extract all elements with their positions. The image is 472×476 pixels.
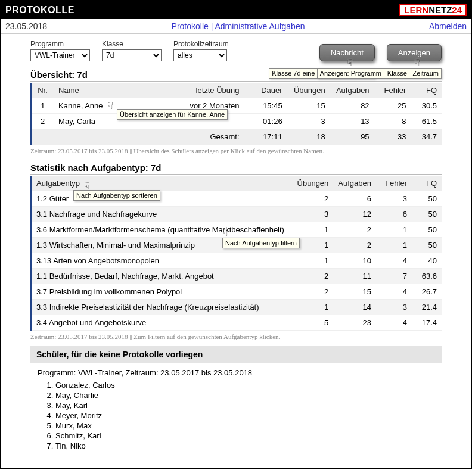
zeitraum-label: Protokollzeitraum (173, 40, 229, 48)
cell-typ[interactable]: 3.13 Arten von Angebotsmonopolen (32, 253, 291, 269)
table-row[interactable]: 2May, Carla01:26313861.5 (32, 114, 442, 129)
total-label: Gesamt: (170, 129, 244, 145)
col-nr: Nr. (32, 83, 54, 98)
programm-select[interactable]: VWL-Trainer (30, 49, 90, 61)
filter-tooltip: Nach Aufgabentyp filtern (222, 238, 300, 248)
cell-name[interactable]: Kanne, Anne☟Übersicht anzeigen für Kanne… (54, 98, 170, 114)
cell-auf: 12 (333, 207, 376, 222)
cell-fehler: 1 (376, 238, 412, 253)
cell-ueb: 2 (291, 284, 333, 300)
nav-protokolle[interactable]: Protokolle (172, 21, 209, 31)
stats-table: Aufgabentyp ☟ Nach Aufgabentyp sortieren… (32, 176, 442, 331)
cell-dauer: 01:26 (244, 114, 287, 129)
cell-fq: 26.7 (412, 284, 442, 300)
cell-auf: 82 (330, 98, 374, 114)
cell-fehler: 3 (376, 300, 412, 315)
cursor-icon: ☟ (107, 100, 113, 111)
cell-fehler: 1 (376, 222, 412, 238)
cell-fq: 50 (412, 207, 442, 222)
col-fehler[interactable]: Fehler (376, 176, 412, 191)
cell-fehler: 25 (374, 98, 411, 114)
list-item: May, Karl (55, 401, 434, 410)
logout-link[interactable]: Abmelden (429, 21, 467, 31)
cell-dauer: 15:45 (244, 98, 287, 114)
cell-fq: 40 (412, 253, 442, 269)
total-row: Gesamt:17:1118953334.7 (32, 129, 442, 145)
cell-typ[interactable]: 3.4 Angebot und Angebotskurve (32, 315, 291, 331)
list-item: Tin, Niko (55, 441, 434, 450)
cell-typ[interactable]: 3.7 Preisbildung im vollkommenen Polypol (32, 284, 291, 300)
cell-auf: 2 (333, 222, 376, 238)
nachricht-button[interactable]: Nachricht (319, 44, 375, 61)
anzeigen-tooltip: Anzeigen: Programm - Klasse - Zeitraum (317, 68, 442, 79)
col-letzte[interactable]: letzte Übung (170, 83, 244, 98)
cell-ueb: 3 (287, 114, 330, 129)
cell-fehler: 6 (376, 207, 412, 222)
col-fq[interactable]: FQ (411, 83, 442, 98)
list-item: Murx, Max (55, 421, 434, 430)
overview-footnote: Zeitraum: 23.05.2017 bis 23.05.2018 || Ü… (30, 147, 442, 154)
klasse-select[interactable]: 7d (102, 49, 162, 61)
cell-fehler: 4 (376, 284, 412, 300)
stats-heading: Statistik nach Aufgabentyp: 7d (30, 163, 442, 175)
cell-fehler: 4 (376, 253, 412, 269)
col-ueb[interactable]: Übungen (291, 176, 333, 191)
cell-ueb: 1 (291, 253, 333, 269)
cell-fq: 61.5 (411, 114, 442, 129)
table-row[interactable]: 3.7 Preisbildung im vollkommenen Polypol… (32, 284, 442, 300)
anzeigen-button[interactable]: Anzeigen (387, 44, 442, 61)
cell-auf: 2 (333, 238, 376, 253)
cell-ueb: 1 (291, 222, 333, 238)
subbar: 23.05.2018 Protokolle | Administrative A… (1, 19, 471, 34)
cell-auf: 15 (333, 284, 376, 300)
cell-auf: 23 (333, 315, 376, 331)
col-auf[interactable]: Aufgaben (330, 83, 374, 98)
table-row[interactable]: 1Kanne, Anne☟Übersicht anzeigen für Kann… (32, 98, 442, 114)
zeitraum-select[interactable]: alles (173, 49, 227, 61)
cell-auf: 13 (330, 114, 374, 129)
col-ueb[interactable]: Übungen (287, 83, 330, 98)
cell-ueb: 2 (291, 269, 333, 284)
table-row[interactable]: 3.1 Nachfrage und Nachfragekurve312650 (32, 207, 442, 222)
table-row[interactable]: 3.6 Marktformen/Marktformenschema (quant… (32, 222, 442, 238)
cell-fq: 30.5 (411, 98, 442, 114)
cell-fq: 50 (412, 222, 442, 238)
col-fq[interactable]: FQ (412, 176, 442, 191)
table-row[interactable]: 1.1 Bedürfnisse, Bedarf, Nachfrage, Mark… (32, 269, 442, 284)
subbar-date: 23.05.2018 (5, 21, 47, 31)
col-aufgabentyp[interactable]: Aufgabentyp ☟ Nach Aufgabentyp sortieren (32, 176, 291, 191)
cell-typ[interactable]: 3.1 Nachfrage und Nachfragekurve (32, 207, 291, 222)
logo: LERNNETZ24 (399, 4, 467, 16)
titlebar: Protokolle LERNNETZ24 (1, 1, 471, 19)
cell-auf: 6 (333, 191, 376, 207)
cell-typ[interactable]: 1.2 Güter (32, 191, 291, 207)
cell-auf: 14 (333, 300, 376, 315)
cell-typ[interactable]: 3.3 Indirekte Preiselastizität der Nachf… (32, 300, 291, 315)
table-row[interactable]: 3.4 Angebot und Angebotskurve523417.4 (32, 315, 442, 331)
col-fehler[interactable]: Fehler (374, 83, 411, 98)
klasse-label: Klasse (102, 40, 162, 48)
cell-ueb: 5 (291, 315, 333, 331)
col-dauer[interactable]: Dauer (244, 83, 287, 98)
list-item: May, Charlie (55, 391, 434, 400)
cell-auf: 11 (333, 269, 376, 284)
nav-admin[interactable]: Administrative Aufgaben (215, 21, 305, 31)
col-auf[interactable]: Aufgaben (333, 176, 376, 191)
table-row[interactable]: 3.3 Indirekte Preiselastizität der Nachf… (32, 300, 442, 315)
cell-ueb: 1 (291, 300, 333, 315)
cell-fehler: 3 (376, 191, 412, 207)
table-row[interactable]: 3.13 Arten von Angebotsmonopolen110440 (32, 253, 442, 269)
noproto-subline: Programm: VWL-Trainer, Zeitraum: 23.05.2… (38, 368, 434, 377)
cell-fehler: 7 (376, 269, 412, 284)
cell-typ[interactable]: 1.1 Bedürfnisse, Bedarf, Nachfrage, Mark… (32, 269, 291, 284)
cell-typ[interactable]: 3.6 Marktformen/Marktformenschema (quant… (32, 222, 291, 238)
noproto-student-list: Gonzalez, CarlosMay, CharlieMay, KarlMey… (55, 381, 434, 450)
row-tooltip: Übersicht anzeigen für Kanne, Anne (117, 109, 228, 120)
stats-footnote: Zeitraum: 23.05.2017 bis 23.05.2018 || Z… (30, 333, 442, 340)
col-name[interactable]: Name (54, 83, 170, 98)
cell-ueb: 3 (291, 207, 333, 222)
cell-fq: 17.4 (412, 315, 442, 331)
cell-nr: 1 (32, 98, 54, 114)
cell-ueb: 2 (291, 191, 333, 207)
cell-ueb: 15 (287, 98, 330, 114)
